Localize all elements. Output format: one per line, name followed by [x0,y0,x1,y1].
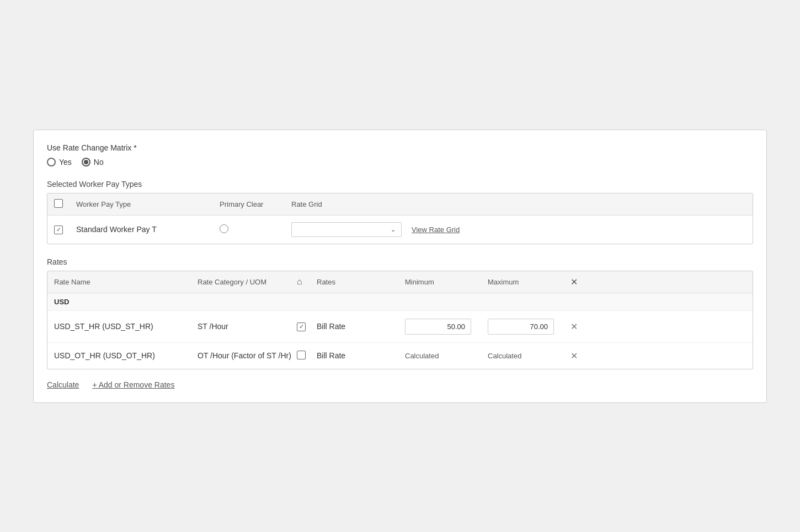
rates-header-remove: ✕ [570,277,587,287]
wpt-row-rate-grid-cell: ⌄ View Rate Grid [291,222,746,237]
rates-table: Rate Name Rate Category / UOM ⌂ Rates Mi… [47,271,753,369]
rate-change-matrix-label: Use Rate Change Matrix * [47,143,753,152]
wpt-header-worker-pay-type: Worker Pay Type [76,200,220,208]
rates-row-2-calculator [297,351,317,361]
add-remove-rates-link[interactable]: + Add or Remove Rates [92,380,174,389]
radio-no[interactable]: No [82,158,104,166]
rates-header-row: Rate Name Rate Category / UOM ⌂ Rates Mi… [47,271,753,293]
rates-row-1-calc-checkbox[interactable] [297,323,306,331]
wpt-row-worker-pay-type: Standard Worker Pay T [76,225,220,234]
rates-row-1-calculator [297,321,317,331]
radio-yes-circle [47,158,56,166]
worker-pay-types-header-row: Worker Pay Type Primary Clear Rate Grid [47,194,753,216]
radio-yes-label: Yes [59,158,72,166]
wpt-header-checkbox-col [54,199,76,209]
wpt-header-primary-clear: Primary Clear [220,200,291,208]
rates-header-rate-category: Rate Category / UOM [198,278,297,286]
wpt-data-row: Standard Worker Pay T ⌄ View Rate Grid [47,216,753,244]
wpt-header-checkbox[interactable] [54,199,63,208]
rates-row-1-name: USD_ST_HR (USD_ST_HR) [54,322,198,331]
rates-row-2-calc-checkbox[interactable] [297,351,306,359]
rates-row-2-name: USD_OT_HR (USD_OT_HR) [54,351,198,360]
wpt-row-checkbox-cell [54,224,76,234]
rates-row-1-remove[interactable]: ✕ [570,321,587,332]
rates-row-1: USD_ST_HR (USD_ST_HR) ST /Hour Bill Rate… [47,311,753,343]
rate-change-matrix-radio-group: Yes No [47,158,753,166]
remove-row-2-icon[interactable]: ✕ [570,351,578,361]
wpt-row-primary-radio[interactable] [220,224,228,233]
worker-pay-types-table: Worker Pay Type Primary Clear Rate Grid … [47,193,753,244]
wpt-row-checkbox[interactable] [54,225,63,234]
rates-row-2-minimum: Calculated [405,352,488,360]
wpt-row-primary-clear [220,224,291,235]
rates-row-2-category: OT /Hour (Factor of ST /Hr) [198,351,297,360]
chevron-down-icon: ⌄ [391,226,396,233]
calculate-link[interactable]: Calculate [47,380,79,389]
rates-header-maximum: Maximum [488,278,570,286]
rates-row-1-minimum-input[interactable] [405,319,471,335]
remove-row-1-icon[interactable]: ✕ [570,322,578,331]
radio-yes[interactable]: Yes [47,158,72,166]
view-rate-grid-link[interactable]: View Rate Grid [412,225,460,234]
rates-row-2: USD_OT_HR (USD_OT_HR) OT /Hour (Factor o… [47,343,753,369]
worker-pay-types-title: Selected Worker Pay Types [47,180,753,189]
radio-no-label: No [94,158,104,166]
wpt-row-rate-grid-dropdown[interactable]: ⌄ [291,222,402,237]
rates-header-minimum: Minimum [405,278,488,286]
rates-row-2-rate-type: Bill Rate [317,351,405,360]
wpt-header-rate-grid: Rate Grid [291,200,746,208]
rates-header-rates: Rates [317,278,405,286]
rates-row-2-remove[interactable]: ✕ [570,351,587,361]
footer-actions: Calculate + Add or Remove Rates [47,378,753,389]
rates-row-1-rate-type: Bill Rate [317,322,405,331]
radio-no-circle [82,158,90,166]
rates-row-1-minimum-cell [405,319,488,335]
main-card: Use Rate Change Matrix * Yes No Selected… [33,130,767,403]
rates-row-1-maximum-input[interactable] [488,319,554,335]
rates-header-rate-name: Rate Name [54,278,198,286]
rates-title: Rates [47,257,753,266]
rates-currency-label: USD [54,298,198,306]
rates-currency-row: USD [47,293,753,311]
rates-row-1-category: ST /Hour [198,322,297,331]
rates-header-calculator: ⌂ [297,277,317,287]
rates-row-1-maximum-cell [488,319,570,335]
rates-row-2-maximum: Calculated [488,352,570,360]
